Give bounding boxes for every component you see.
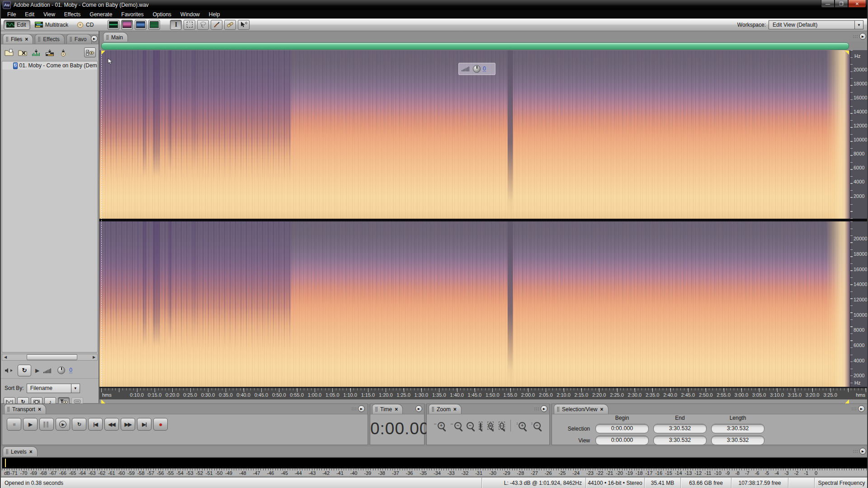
view-length-field[interactable]: 3:30.532 — [711, 436, 764, 445]
zoom-out-full-button[interactable]: − — [466, 421, 475, 430]
selection-marker-bottom-left[interactable] — [101, 399, 105, 404]
spectral-frequency-view-button[interactable] — [121, 20, 133, 30]
panel-menu-icon[interactable] — [859, 448, 866, 455]
scrub-tool-button[interactable] — [238, 20, 250, 30]
scrollbar-thumb[interactable] — [27, 354, 77, 360]
spot-healing-brush-tool-button[interactable] — [224, 20, 236, 30]
fast-forward-button[interactable]: ▶▶ — [121, 418, 135, 431]
effects-paintbrush-tool-button[interactable] — [211, 20, 222, 30]
preview-volume-bars-icon[interactable] — [43, 368, 53, 373]
stop-button[interactable]: ■ — [7, 418, 21, 431]
tab-levels[interactable]: Levels — [3, 446, 38, 456]
close-files-button[interactable] — [17, 48, 28, 57]
preview-play-icon[interactable]: ▶ — [35, 367, 39, 374]
menu-help[interactable]: Help — [204, 10, 225, 19]
selection-marker-bottom-right[interactable] — [845, 399, 849, 404]
autoplay-speaker-icon[interactable] — [5, 367, 14, 374]
menu-edit[interactable]: Edit — [20, 10, 39, 19]
menu-window[interactable]: Window — [176, 10, 204, 19]
chevron-down-icon[interactable] — [854, 21, 863, 29]
menu-view[interactable]: View — [39, 10, 60, 19]
zoom-in-horizontally-button[interactable]: ↔+ — [432, 421, 446, 430]
panel-menu-icon[interactable] — [858, 405, 865, 412]
pause-button[interactable]: ▌▌ — [39, 418, 54, 431]
zoom-in-vertically-button[interactable]: ↕+ — [515, 421, 527, 430]
tab-favo[interactable]: Favo — [66, 34, 92, 44]
close-tab-icon[interactable] — [453, 407, 457, 412]
go-to-beginning-button[interactable]: |◀ — [88, 418, 103, 431]
scroll-left-icon[interactable]: ◀ — [2, 354, 9, 360]
floating-volume-control[interactable]: 0 — [458, 63, 495, 75]
preview-volume-value[interactable]: 0 — [69, 368, 72, 373]
tab-time[interactable]: Time — [372, 404, 403, 414]
selection-end-field[interactable]: 3:30.532 — [653, 424, 707, 433]
panel-menu-icon[interactable] — [358, 405, 365, 412]
tab-files[interactable]: Files — [3, 34, 33, 44]
maximize-button[interactable]: ❐ — [835, 0, 848, 8]
selection-begin-field[interactable]: 0:00.000 — [595, 424, 649, 433]
tab-transport[interactable]: Transport — [4, 404, 46, 414]
zoom-out-vertically-button[interactable]: ↕− — [530, 421, 542, 430]
zoom-out-horizontally-button[interactable]: ↔− — [449, 421, 462, 430]
close-tab-icon[interactable] — [38, 407, 41, 412]
timeline-ruler[interactable]: hms hms 0:10.00:15.00:20.00:25.00:30.00:… — [99, 388, 868, 400]
selection-marker-top-left[interactable] — [101, 51, 105, 55]
left-channel-wave-area[interactable] — [99, 50, 850, 219]
left-channel-spectrogram[interactable]: Hz20000180001600014000120001000080006000… — [99, 50, 868, 219]
frequency-ruler-right-channel[interactable]: Hz20000180001600014000120001000080006000… — [850, 221, 868, 387]
spectral-phase-view-button[interactable] — [148, 20, 160, 30]
tab-selection-view[interactable]: Selection/View — [554, 404, 609, 414]
rewind-button[interactable]: ◀◀ — [104, 418, 119, 431]
tab-effects[interactable]: Effects — [35, 34, 64, 44]
volume-value[interactable]: 0 — [483, 66, 486, 72]
preview-volume-knob[interactable] — [57, 366, 65, 374]
right-channel-spectrogram[interactable]: Hz20000180001600014000120001000080006000… — [99, 221, 868, 387]
cd-view-button[interactable]: CD — [74, 20, 98, 30]
menu-options[interactable]: Options — [148, 10, 176, 19]
show-options-toggle[interactable] — [84, 47, 96, 57]
go-to-end-button[interactable]: ▶| — [137, 418, 151, 431]
insert-audio-into-multitrack-button[interactable] — [31, 48, 42, 57]
volume-knob[interactable] — [473, 65, 481, 73]
import-file-button[interactable] — [4, 48, 14, 57]
selection-length-field[interactable]: 3:30.532 — [711, 424, 764, 433]
marquee-selection-tool-button[interactable] — [184, 20, 195, 30]
close-tab-icon[interactable] — [600, 407, 604, 412]
close-tab-icon[interactable] — [395, 407, 398, 412]
multitrack-view-button[interactable]: Multitrack — [32, 20, 72, 30]
zoom-to-selection-button[interactable] — [478, 421, 483, 431]
record-button[interactable]: ● — [153, 418, 168, 431]
insert-into-cd-list-button[interactable] — [58, 48, 69, 57]
lasso-selection-tool-button[interactable] — [197, 20, 209, 30]
zoom-in-to-left-edge-of-selection-button[interactable]: − — [498, 421, 506, 431]
chevron-down-icon[interactable] — [71, 384, 80, 393]
zoom-in-to-right-edge-of-selection-button[interactable]: + — [486, 421, 495, 431]
play-from-cursor-button[interactable]: ▶ — [56, 418, 70, 431]
menu-file[interactable]: File — [3, 10, 20, 19]
playhead-cursor[interactable] — [101, 50, 102, 387]
panel-menu-icon[interactable] — [541, 405, 547, 412]
menu-favorites[interactable]: Favorites — [117, 10, 148, 19]
spectral-pan-view-button[interactable] — [135, 20, 146, 30]
loop-preview-button[interactable]: ↻ — [18, 365, 31, 376]
level-meter[interactable] — [2, 457, 868, 469]
menu-generate[interactable]: Generate — [85, 10, 117, 19]
panel-menu-icon[interactable] — [859, 33, 866, 40]
play-looped-button[interactable]: ↻ — [72, 418, 86, 431]
close-tab-icon[interactable] — [25, 37, 28, 42]
tab-main[interactable]: Main — [103, 32, 128, 42]
view-begin-field[interactable]: 0:00.000 — [595, 436, 649, 445]
insert-into-multitrack-button[interactable] — [44, 48, 55, 57]
waveform-view-button[interactable] — [108, 20, 119, 30]
horizontal-zoom-scrollbar[interactable] — [101, 42, 849, 50]
file-list-horizontal-scrollbar[interactable]: ◀ ▶ — [2, 354, 98, 361]
tab-zoom[interactable]: Zoom — [429, 404, 462, 414]
panel-menu-icon[interactable] — [415, 405, 422, 412]
menu-effects[interactable]: Effects — [60, 10, 85, 19]
selection-marker-top-right[interactable] — [845, 51, 849, 55]
right-channel-wave-area[interactable] — [99, 221, 850, 387]
workspace-dropdown[interactable]: Edit View (Default) — [769, 20, 863, 29]
edit-view-button[interactable]: Edit — [4, 20, 30, 30]
close-tab-icon[interactable] — [29, 450, 33, 454]
more-tabs-chevron-icon[interactable] — [91, 35, 98, 42]
